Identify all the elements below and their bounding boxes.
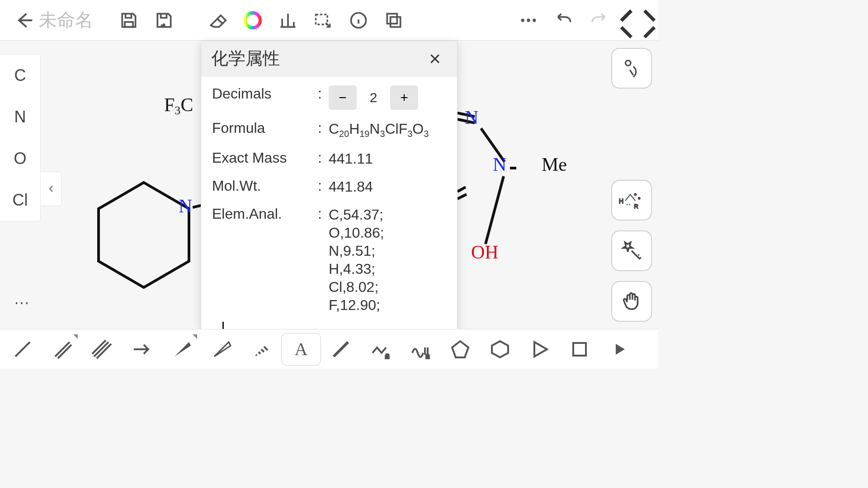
pan-button[interactable] bbox=[611, 281, 652, 322]
exact-mass-value: 441.11 bbox=[329, 150, 446, 168]
formula-row: Formula : C20H19N3ClF3O3 bbox=[212, 120, 446, 140]
floppy-arrow-icon bbox=[154, 10, 174, 30]
hash-bond-tool[interactable] bbox=[241, 332, 281, 367]
panel-title: 化学属性 bbox=[211, 47, 280, 70]
exact-mass-row: Exact Mass : 441.11 bbox=[212, 150, 446, 168]
expand-icon bbox=[618, 4, 651, 37]
top-toolbar: 未命名 bbox=[0, 0, 658, 41]
hand-pan-icon bbox=[621, 291, 642, 312]
document-title[interactable]: 未命名 bbox=[39, 8, 107, 33]
save-as-button[interactable] bbox=[146, 0, 182, 41]
svg-point-6 bbox=[527, 19, 530, 22]
color-picker-button[interactable] bbox=[235, 0, 270, 41]
elem-anal-row: Elem.Anal. : C,54.37;O,10.86;N,9.51;H,4.… bbox=[212, 206, 446, 314]
palette-more-button[interactable]: … bbox=[14, 289, 33, 308]
info-button[interactable] bbox=[341, 0, 376, 41]
svg-text:n: n bbox=[426, 352, 429, 360]
undo-button[interactable] bbox=[546, 0, 581, 41]
more-button[interactable] bbox=[511, 0, 546, 41]
back-arrow-icon bbox=[14, 10, 34, 30]
element-cl[interactable]: Cl bbox=[0, 179, 40, 221]
elem-anal-label: Elem.Anal. bbox=[212, 206, 318, 314]
line-tool[interactable] bbox=[321, 332, 361, 367]
reaction-template-icon: HR bbox=[619, 189, 644, 211]
double-bond-tool[interactable] bbox=[42, 332, 82, 367]
pentagon-tool[interactable] bbox=[440, 332, 480, 367]
arrow-tool[interactable] bbox=[122, 332, 162, 367]
ring-nitrogen-label: N bbox=[179, 195, 192, 217]
decimals-increment-button[interactable]: + bbox=[390, 85, 418, 110]
decimals-decrement-button[interactable]: − bbox=[329, 85, 357, 110]
copy-button[interactable] bbox=[376, 0, 411, 41]
amide-n-label: N bbox=[493, 154, 506, 175]
reaction-template-button[interactable]: HR bbox=[611, 180, 652, 221]
imine-n-label: N bbox=[465, 107, 478, 128]
decimals-label: Decimals bbox=[212, 85, 318, 110]
eraser-button[interactable] bbox=[200, 0, 235, 41]
panel-header: 化学属性 × bbox=[201, 41, 457, 76]
svg-rect-27 bbox=[573, 343, 586, 356]
bottom-toolbar: A n n bbox=[0, 329, 658, 369]
element-o[interactable]: O bbox=[0, 138, 40, 179]
mol-wt-row: Mol.Wt. : 441.84 bbox=[212, 178, 446, 196]
undo-icon bbox=[554, 10, 574, 30]
selection-tool-button[interactable] bbox=[306, 0, 341, 41]
square-tool[interactable] bbox=[560, 332, 599, 367]
right-fragment-bonds bbox=[458, 110, 516, 259]
decimals-stepper: − 2 + bbox=[329, 85, 418, 110]
svg-marker-22 bbox=[623, 242, 632, 252]
chevron-left-icon bbox=[47, 185, 55, 193]
wedge-open-tool[interactable] bbox=[202, 332, 241, 367]
selection-tool-icon bbox=[313, 10, 333, 30]
wedge-solid-tool[interactable] bbox=[162, 332, 202, 367]
color-wheel-icon bbox=[243, 10, 263, 30]
chain-tool[interactable]: n bbox=[361, 332, 401, 367]
mol-wt-label: Mol.Wt. bbox=[212, 178, 318, 196]
more-shapes-button[interactable] bbox=[599, 332, 639, 367]
methyl-label: Me bbox=[542, 154, 567, 175]
redo-button[interactable] bbox=[581, 0, 617, 41]
back-button[interactable] bbox=[6, 0, 42, 41]
svg-point-20 bbox=[638, 197, 640, 199]
chart-button[interactable] bbox=[270, 0, 306, 41]
formula-value: C20H19N3ClF3O3 bbox=[329, 120, 446, 140]
text-tool-label: A bbox=[295, 338, 308, 360]
floppy-icon bbox=[119, 10, 139, 30]
hexagon-tool[interactable] bbox=[480, 332, 520, 367]
panel-close-button[interactable]: × bbox=[423, 45, 447, 73]
svg-marker-8 bbox=[99, 183, 189, 287]
redo-icon bbox=[589, 10, 609, 30]
svg-rect-3 bbox=[391, 17, 401, 27]
triple-bond-tool[interactable] bbox=[82, 332, 122, 367]
chemical-properties-panel: 化学属性 × Decimals : − 2 + Formula : C20H19… bbox=[201, 41, 458, 330]
mol-wt-value: 441.84 bbox=[329, 178, 446, 196]
chain-bracket-tool[interactable]: n bbox=[401, 332, 440, 367]
palette-collapse-button[interactable] bbox=[41, 172, 61, 206]
magic-wand-button[interactable] bbox=[611, 230, 652, 271]
svg-line-14 bbox=[458, 187, 466, 192]
element-n[interactable]: N bbox=[0, 96, 40, 138]
save-button[interactable] bbox=[111, 0, 146, 41]
exact-mass-label: Exact Mass bbox=[212, 150, 318, 168]
triangle-play-tool[interactable] bbox=[520, 332, 560, 367]
bar-chart-icon bbox=[278, 10, 298, 30]
svg-text:R: R bbox=[634, 203, 638, 210]
more-dots-icon bbox=[519, 10, 538, 30]
svg-point-5 bbox=[521, 19, 524, 22]
hydroxyl-label: OH bbox=[471, 241, 499, 263]
element-c[interactable]: C bbox=[0, 55, 40, 96]
gesture-icon bbox=[621, 58, 642, 79]
copy-icon bbox=[384, 10, 404, 30]
element-palette: C N O Cl bbox=[0, 54, 41, 221]
gesture-mode-button[interactable] bbox=[611, 48, 652, 89]
text-tool[interactable]: A bbox=[281, 333, 321, 366]
svg-rect-4 bbox=[387, 14, 397, 23]
cf3-label: F3C bbox=[164, 94, 193, 117]
svg-marker-26 bbox=[492, 341, 508, 357]
expand-button[interactable] bbox=[617, 0, 652, 41]
piperidine-ring bbox=[86, 176, 203, 298]
formula-label: Formula bbox=[212, 120, 318, 140]
info-icon bbox=[349, 10, 368, 30]
single-bond-tool[interactable] bbox=[3, 332, 42, 367]
svg-line-16 bbox=[486, 176, 504, 244]
